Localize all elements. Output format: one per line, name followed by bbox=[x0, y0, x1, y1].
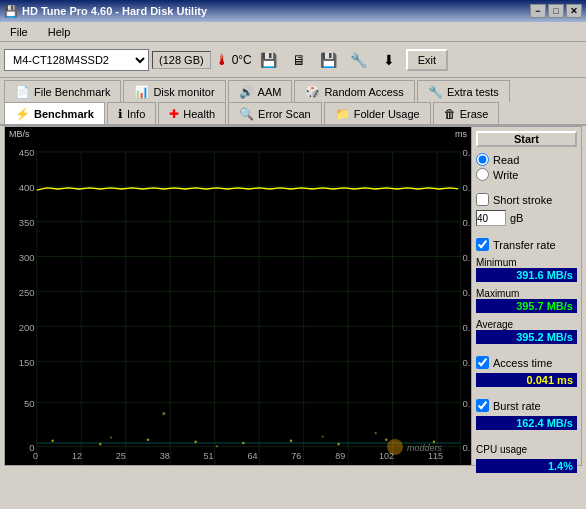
disk-monitor-icon: 📊 bbox=[134, 85, 149, 99]
drive-section: M4-CT128M4SSD2 (128 GB) bbox=[4, 49, 211, 71]
x-label-51: 51 bbox=[204, 451, 214, 461]
tab-error-scan[interactable]: 🔍 Error Scan bbox=[228, 102, 322, 124]
x-label-89: 89 bbox=[335, 451, 345, 461]
minimize-button[interactable]: − bbox=[530, 4, 546, 18]
burst-rate-text: Burst rate bbox=[493, 400, 541, 412]
svg-text:0.35: 0.35 bbox=[463, 217, 471, 228]
error-scan-icon: 🔍 bbox=[239, 107, 254, 121]
tab-error-scan-label: Error Scan bbox=[258, 108, 311, 120]
tab-extra-tests-label: Extra tests bbox=[447, 86, 499, 98]
tab-folder-usage[interactable]: 📁 Folder Usage bbox=[324, 102, 431, 124]
access-time-label[interactable]: Access time bbox=[476, 356, 577, 369]
x-label-76: 76 bbox=[291, 451, 301, 461]
tab-file-benchmark-label: File Benchmark bbox=[34, 86, 110, 98]
short-stroke-checkbox[interactable] bbox=[476, 193, 489, 206]
toolbar-hdd-icon1[interactable]: 💾 bbox=[256, 48, 282, 72]
svg-text:450: 450 bbox=[19, 147, 35, 158]
menu-help[interactable]: Help bbox=[42, 24, 77, 40]
main-content: MB/s ms bbox=[4, 126, 582, 466]
svg-point-42 bbox=[147, 438, 150, 441]
toolbar-save-icon[interactable]: 💾 bbox=[316, 48, 342, 72]
svg-point-45 bbox=[290, 440, 293, 443]
access-time-value: 0.041 ms bbox=[476, 373, 577, 387]
minimum-label: Minimum bbox=[476, 257, 577, 268]
aam-icon: 🔊 bbox=[239, 85, 254, 99]
right-panel: Start Read Write Short stroke gB Transfe… bbox=[471, 127, 581, 465]
close-button[interactable]: ✕ bbox=[566, 4, 582, 18]
chart-header: MB/s ms bbox=[5, 127, 471, 141]
tab-benchmark[interactable]: ⚡ Benchmark bbox=[4, 102, 105, 124]
folder-usage-icon: 📁 bbox=[335, 107, 350, 121]
svg-text:0.15: 0.15 bbox=[463, 356, 471, 367]
tabs-row-1: 📄 File Benchmark 📊 Disk monitor 🔊 AAM 🎲 … bbox=[0, 78, 586, 102]
temp-value: 0°C bbox=[232, 53, 252, 67]
thermometer-icon: 🌡 bbox=[215, 52, 229, 68]
svg-text:400: 400 bbox=[19, 182, 35, 193]
drive-size-label: (128 GB) bbox=[152, 51, 211, 69]
title-bar-buttons: − □ ✕ bbox=[530, 4, 582, 18]
maximize-button[interactable]: □ bbox=[548, 4, 564, 18]
tab-random-access-label: Random Access bbox=[324, 86, 403, 98]
tab-disk-monitor[interactable]: 📊 Disk monitor bbox=[123, 80, 225, 102]
read-radio[interactable] bbox=[476, 153, 489, 166]
random-access-icon: 🎲 bbox=[305, 85, 320, 99]
stroke-input[interactable] bbox=[476, 210, 506, 226]
tab-aam[interactable]: 🔊 AAM bbox=[228, 80, 293, 102]
transfer-rate-label[interactable]: Transfer rate bbox=[476, 238, 577, 251]
x-label-25: 25 bbox=[116, 451, 126, 461]
burst-rate-label[interactable]: Burst rate bbox=[476, 399, 577, 412]
tab-erase[interactable]: 🗑 Erase bbox=[433, 102, 500, 124]
title-bar-left: 💾 HD Tune Pro 4.60 - Hard Disk Utility bbox=[4, 5, 207, 18]
minimum-section: Minimum 391.6 MB/s bbox=[476, 255, 577, 282]
burst-rate-checkbox[interactable] bbox=[476, 399, 489, 412]
tab-disk-monitor-label: Disk monitor bbox=[153, 86, 214, 98]
chart-svg: 450 400 350 300 250 200 150 50 0 0.45 0.… bbox=[5, 141, 471, 465]
svg-point-52 bbox=[322, 435, 324, 437]
read-radio-label[interactable]: Read bbox=[476, 153, 577, 166]
short-stroke-label[interactable]: Short stroke bbox=[476, 193, 577, 206]
svg-text:250: 250 bbox=[19, 287, 35, 298]
svg-text:150: 150 bbox=[19, 356, 35, 367]
tab-folder-usage-label: Folder Usage bbox=[354, 108, 420, 120]
tab-health[interactable]: ✚ Health bbox=[158, 102, 226, 124]
toolbar-tools-icon[interactable]: 🔧 bbox=[346, 48, 372, 72]
title-text: HD Tune Pro 4.60 - Hard Disk Utility bbox=[22, 5, 207, 17]
average-value: 395.2 MB/s bbox=[476, 330, 577, 344]
exit-button[interactable]: Exit bbox=[406, 49, 448, 71]
svg-text:300: 300 bbox=[19, 252, 35, 263]
app-icon: 💾 bbox=[4, 5, 18, 18]
tab-extra-tests[interactable]: 🔧 Extra tests bbox=[417, 80, 510, 102]
health-icon: ✚ bbox=[169, 107, 179, 121]
svg-text:350: 350 bbox=[19, 217, 35, 228]
benchmark-icon: ⚡ bbox=[15, 107, 30, 121]
x-label-0: 0 bbox=[33, 451, 38, 461]
toolbar-down-icon[interactable]: ⬇ bbox=[376, 48, 402, 72]
write-label: Write bbox=[493, 169, 518, 181]
svg-text:200: 200 bbox=[19, 322, 35, 333]
transfer-rate-checkbox[interactable] bbox=[476, 238, 489, 251]
tab-info-label: Info bbox=[127, 108, 145, 120]
drive-select[interactable]: M4-CT128M4SSD2 bbox=[4, 49, 149, 71]
access-time-checkbox[interactable] bbox=[476, 356, 489, 369]
svg-text:0.20: 0.20 bbox=[463, 322, 471, 333]
svg-text:0.25: 0.25 bbox=[463, 287, 471, 298]
svg-point-40 bbox=[51, 440, 54, 443]
tab-info[interactable]: ℹ Info bbox=[107, 102, 156, 124]
short-stroke-text: Short stroke bbox=[493, 194, 552, 206]
average-label: Average bbox=[476, 319, 577, 330]
x-label-115: 115 bbox=[428, 451, 443, 461]
start-button[interactable]: Start bbox=[476, 131, 577, 147]
x-axis-labels: 0 12 25 38 51 64 76 89 102 115 bbox=[33, 451, 443, 461]
short-stroke-row: gB bbox=[476, 210, 577, 226]
tab-random-access[interactable]: 🎲 Random Access bbox=[294, 80, 414, 102]
svg-text:0.30: 0.30 bbox=[463, 252, 471, 263]
svg-rect-0 bbox=[5, 141, 471, 465]
toolbar-hdd-icon2[interactable]: 🖥 bbox=[286, 48, 312, 72]
average-section: Average 395.2 MB/s bbox=[476, 317, 577, 344]
erase-icon: 🗑 bbox=[444, 107, 456, 121]
tab-file-benchmark[interactable]: 📄 File Benchmark bbox=[4, 80, 121, 102]
menu-file[interactable]: File bbox=[4, 24, 34, 40]
write-radio-label[interactable]: Write bbox=[476, 168, 577, 181]
temp-display: 🌡 0°C bbox=[215, 52, 252, 68]
write-radio[interactable] bbox=[476, 168, 489, 181]
